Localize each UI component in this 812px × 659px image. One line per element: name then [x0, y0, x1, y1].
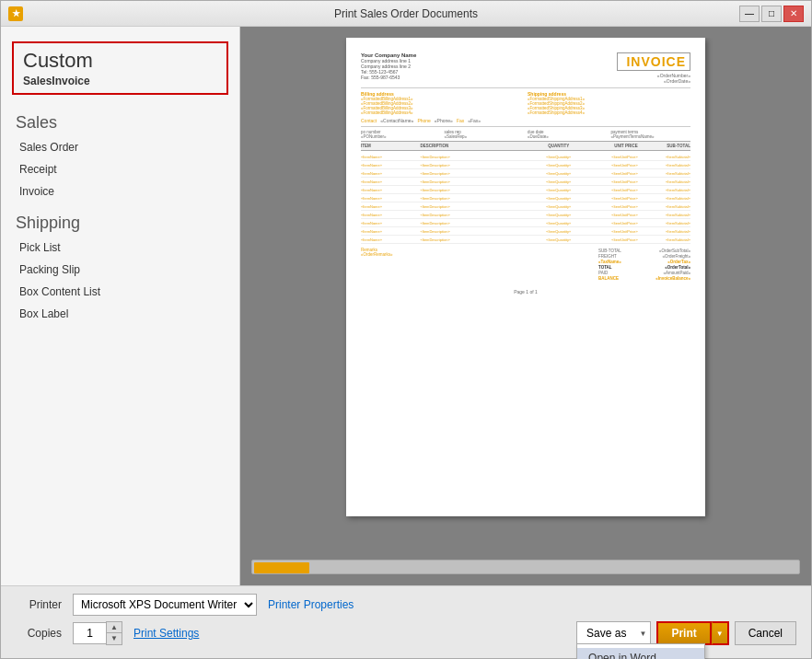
sidebar-item-packing-slip[interactable]: Packing Slip	[1, 259, 239, 281]
freight-row: FREIGHT «OrderFreight»	[598, 254, 690, 259]
maximize-button[interactable]: □	[761, 6, 782, 22]
sidebar-item-box-content-list[interactable]: Box Content List	[1, 281, 239, 303]
doc-footer: Remarks «OrderRemarks» SUB-TOTAL «OrderS…	[361, 248, 690, 282]
save-as-button[interactable]: Save as	[576, 621, 635, 645]
table-row: «ItemName» «ItemDescription» «ItemQuanti…	[361, 227, 690, 236]
billing-addr4: «FormattedBillingAddress4»	[361, 110, 524, 115]
po-number-value: «PONumber»	[361, 134, 441, 139]
open-in-word-item[interactable]: Open in Word	[577, 648, 704, 659]
save-as-dropdown-button[interactable]: ▼	[635, 621, 651, 645]
copies-spinner-up[interactable]: ▲	[107, 622, 122, 633]
balance-value: «InvoiceBalance»	[655, 276, 690, 281]
copies-input-group: ▲ ▼	[73, 621, 122, 645]
window-controls: — □ ✕	[739, 6, 804, 22]
table-row: «ItemName» «ItemDescription» «ItemQuanti…	[361, 178, 690, 186]
printer-properties-button[interactable]: Printer Properties	[268, 598, 354, 611]
print-button[interactable]: Print	[656, 621, 711, 645]
doc-table-body: «ItemName» «ItemDescription» «ItemQuanti…	[361, 153, 690, 244]
remarks-value: «OrderRemarks»	[361, 252, 591, 257]
close-button[interactable]: ✕	[783, 6, 804, 22]
subtotal-label: SUB-TOTAL	[598, 249, 621, 253]
invoice-fields: «OrderNumber» «OrderDate»	[598, 73, 690, 84]
tax-label: «TaxName»	[598, 260, 621, 264]
preview-scroll-container[interactable]: Your Company Name Company address line 1…	[251, 38, 800, 556]
balance-label: BALANCE	[598, 276, 619, 281]
subtotal-value: «OrderSubTotal»	[659, 249, 690, 253]
order-date: «OrderDate»	[664, 78, 690, 84]
subtotal-row: SUB-TOTAL «OrderSubTotal»	[598, 249, 690, 253]
doc-addresses: Billing address «FormattedBillingAddress…	[361, 91, 690, 115]
doc-ref-row: po number «PONumber» sales rep «SalesRep…	[361, 130, 690, 139]
sidebar-item-label: Receipt	[19, 163, 57, 176]
shipping-addr4: «FormattedShippingAddress4»	[528, 110, 690, 115]
due-date-item: due date «DueDate»	[528, 130, 608, 139]
save-as-group: Save as ▼ Open in Word	[576, 621, 651, 645]
col-desc: DESCRIPTION	[420, 144, 532, 148]
doc-divider-1	[361, 87, 690, 88]
col-item: ITEM	[361, 144, 420, 148]
title-bar: ★ Print Sales Order Documents — □ ✕	[1, 1, 811, 27]
sidebar: Custom SalesInvoice Sales Sales Order Re…	[1, 27, 240, 585]
due-date-value: «DueDate»	[528, 134, 608, 139]
doc-divider-2	[361, 126, 690, 127]
sidebar-item-sales-order[interactable]: Sales Order	[1, 136, 239, 158]
sidebar-custom-label: Custom	[23, 49, 217, 73]
table-row: «ItemName» «ItemDescription» «ItemQuanti…	[361, 186, 690, 194]
table-row: «ItemName» «ItemDescription» «ItemQuanti…	[361, 194, 690, 202]
invoice-box: INVOICE «OrderNumber» «OrderDate»	[598, 52, 690, 84]
freight-label: FREIGHT	[598, 254, 617, 259]
scrollbar-thumb[interactable]	[254, 562, 309, 573]
printer-row: Printer Microsoft XPS Document Writer Pr…	[16, 594, 796, 616]
sidebar-item-box-label[interactable]: Box Label	[1, 303, 239, 325]
paid-label: PAID	[598, 271, 608, 275]
sidebar-custom-section[interactable]: Custom SalesInvoice	[12, 41, 228, 95]
copies-row: Copies ▲ ▼ Print Settings Save as ▼	[16, 621, 796, 645]
total-label: TOTAL	[598, 265, 612, 270]
phone-label: Phone	[417, 118, 430, 123]
table-row: «ItemName» «ItemDescription» «ItemQuanti…	[361, 219, 690, 227]
app-icon: ★	[8, 6, 23, 21]
sidebar-item-pick-list[interactable]: Pick List	[1, 237, 239, 259]
total-row: TOTAL «OrderTotal»	[598, 265, 690, 270]
sidebar-item-label: Sales Order	[19, 141, 78, 154]
cancel-button[interactable]: Cancel	[735, 621, 796, 645]
company-fax: Fax: 555-987-6543	[361, 75, 416, 80]
sidebar-item-receipt[interactable]: Receipt	[1, 158, 239, 180]
print-settings-link[interactable]: Print Settings	[133, 627, 199, 640]
sidebar-item-label: Pick List	[19, 241, 61, 254]
copies-spinner-down[interactable]: ▼	[107, 633, 122, 644]
table-row: «ItemName» «ItemDescription» «ItemQuanti…	[361, 202, 690, 211]
sales-rep-value: «SalesRep»	[445, 134, 525, 139]
sales-rep-item: sales rep «SalesRep»	[445, 130, 525, 139]
copies-spinner: ▲ ▼	[106, 621, 122, 645]
open-in-word-popup: Open in Word	[576, 643, 705, 659]
table-row: «ItemName» «ItemDescription» «ItemQuanti…	[361, 161, 690, 169]
copies-input[interactable]	[73, 622, 106, 644]
po-number-item: po number «PONumber»	[361, 130, 441, 139]
paid-row: PAID «AmountPaid»	[598, 271, 690, 275]
table-row: «ItemName» «ItemDescription» «ItemQuanti…	[361, 236, 690, 244]
table-row: «ItemName» «ItemDescription» «ItemQuanti…	[361, 153, 690, 161]
tax-row: «TaxName» «OrderTax»	[598, 260, 690, 264]
sidebar-item-label: Packing Slip	[19, 263, 80, 276]
billing-address-section: Billing address «FormattedBillingAddress…	[361, 91, 524, 115]
preview-scrollbar[interactable]	[251, 560, 800, 574]
print-group: Print ▼	[655, 621, 728, 645]
sidebar-custom-sublabel: SalesInvoice	[23, 75, 217, 87]
total-value: «OrderTotal»	[665, 265, 690, 270]
document-preview: Your Company Name Company address line 1…	[346, 38, 705, 516]
window: ★ Print Sales Order Documents — □ ✕ Cust…	[0, 0, 812, 659]
table-row: «ItemName» «ItemDescription» «ItemQuanti…	[361, 211, 690, 219]
printer-select[interactable]: Microsoft XPS Document Writer	[73, 594, 257, 616]
contact-value: «ContactName»	[380, 118, 413, 123]
phone-value: «Phone»	[435, 118, 453, 123]
save-as-dropdown-icon: ▼	[639, 630, 646, 638]
sidebar-item-invoice[interactable]: Invoice	[1, 180, 239, 202]
payment-terms-item: payment terms «PaymentTermsName»	[611, 130, 691, 139]
paid-value: «AmountPaid»	[663, 271, 690, 275]
invoice-title: INVOICE	[621, 54, 686, 69]
col-total: SUB-TOTAL	[638, 144, 690, 148]
sidebar-item-label: Invoice	[19, 185, 54, 198]
print-dropdown-button[interactable]: ▼	[712, 621, 729, 645]
minimize-button[interactable]: —	[739, 6, 760, 22]
